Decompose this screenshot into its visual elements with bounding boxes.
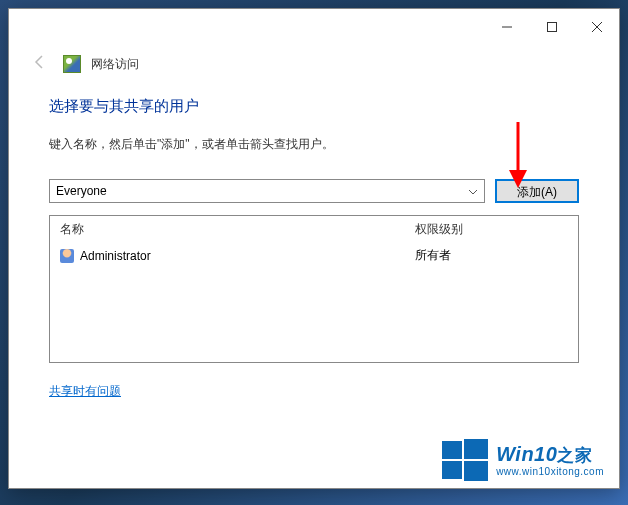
column-name-header[interactable]: 名称 [60,221,415,238]
network-access-icon [63,55,81,73]
back-arrow-icon[interactable] [27,53,53,75]
window-controls [484,12,619,42]
column-permission-header[interactable]: 权限级别 [415,221,568,238]
main-heading: 选择要与其共享的用户 [49,97,579,116]
title-bar [9,9,619,45]
dialog-header: 网络访问 [9,45,619,79]
dialog-title: 网络访问 [91,56,139,73]
close-button[interactable] [574,12,619,42]
users-table: 名称 权限级别 Administrator 所有者 [49,215,579,363]
svg-rect-1 [547,23,556,32]
add-user-row: Everyone 添加(A) [49,179,579,203]
table-header: 名称 权限级别 [50,216,578,243]
chevron-down-icon[interactable] [468,186,478,197]
minimize-button[interactable] [484,12,529,42]
user-name-combobox[interactable]: Everyone [49,179,485,203]
user-name-cell: Administrator [80,249,151,263]
combobox-value: Everyone [56,184,107,198]
user-icon [60,249,74,263]
user-permission-cell: 所有者 [415,247,568,264]
maximize-button[interactable] [529,12,574,42]
instruction-text: 键入名称，然后单击"添加"，或者单击箭头查找用户。 [49,136,579,153]
help-link[interactable]: 共享时有问题 [49,383,121,400]
add-button[interactable]: 添加(A) [495,179,579,203]
table-row[interactable]: Administrator 所有者 [50,243,578,268]
dialog-content: 选择要与其共享的用户 键入名称，然后单击"添加"，或者单击箭头查找用户。 Eve… [9,79,619,410]
dialog-window: 网络访问 选择要与其共享的用户 键入名称，然后单击"添加"，或者单击箭头查找用户… [8,8,620,489]
